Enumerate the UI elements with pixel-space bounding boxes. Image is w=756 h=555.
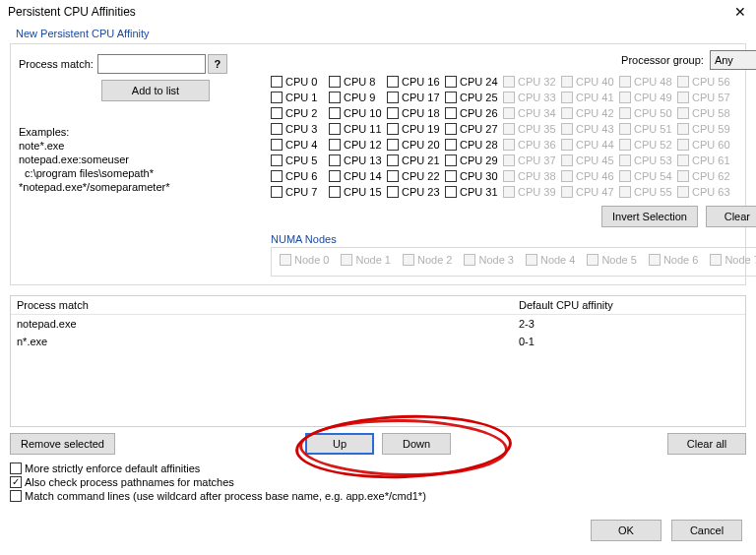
cpu-checkbox[interactable]: CPU 9 xyxy=(329,90,387,105)
cpu-checkbox: CPU 44 xyxy=(561,137,619,153)
checkbox-icon[interactable] xyxy=(387,139,399,151)
cpu-checkbox[interactable]: CPU 10 xyxy=(329,105,387,121)
process-match-input[interactable] xyxy=(97,54,206,74)
checkbox-icon[interactable] xyxy=(445,107,457,119)
cpu-checkbox[interactable]: CPU 8 xyxy=(329,74,387,90)
checkbox-icon[interactable] xyxy=(329,123,341,135)
checkbox-icon[interactable] xyxy=(445,170,457,182)
numa-node: Node 0 xyxy=(280,254,329,266)
remove-selected-button[interactable]: Remove selected xyxy=(10,433,115,455)
cpu-checkbox[interactable]: CPU 6 xyxy=(271,168,329,184)
checkbox-icon xyxy=(677,123,689,135)
cpu-checkbox[interactable]: CPU 31 xyxy=(445,184,503,200)
cpu-checkbox[interactable]: CPU 19 xyxy=(387,121,445,137)
checkbox-icon[interactable] xyxy=(445,76,457,88)
checkbox-icon[interactable] xyxy=(271,107,283,119)
cell-affinity: 0-1 xyxy=(513,333,745,350)
checkbox-icon[interactable] xyxy=(329,139,341,151)
cpu-label: CPU 16 xyxy=(402,76,440,88)
cpu-checkbox[interactable]: CPU 26 xyxy=(445,105,503,121)
checkbox-icon[interactable] xyxy=(387,170,399,182)
cpu-checkbox[interactable]: CPU 28 xyxy=(445,137,503,153)
cpu-label: CPU 44 xyxy=(576,139,614,151)
cpu-checkbox[interactable]: CPU 22 xyxy=(387,168,445,184)
down-button[interactable]: Down xyxy=(382,433,451,455)
close-icon[interactable]: ✕ xyxy=(730,4,750,20)
cpu-checkbox[interactable]: CPU 29 xyxy=(445,153,503,168)
cancel-button[interactable]: Cancel xyxy=(671,520,742,541)
cpu-checkbox[interactable]: CPU 23 xyxy=(387,184,445,200)
cpu-label: CPU 60 xyxy=(692,139,730,151)
checkbox-icon[interactable] xyxy=(329,186,341,198)
checkbox-icon xyxy=(619,154,631,166)
cpu-checkbox[interactable]: CPU 1 xyxy=(271,90,329,105)
checkbox-icon[interactable] xyxy=(387,123,399,135)
cpu-checkbox[interactable]: CPU 13 xyxy=(329,153,387,168)
invert-selection-button[interactable]: Invert Selection xyxy=(601,206,698,227)
window-title: Persistent CPU Affinities xyxy=(8,5,136,19)
checkbox-icon[interactable] xyxy=(445,154,457,166)
up-button[interactable]: Up xyxy=(305,433,374,455)
checkbox-icon[interactable] xyxy=(271,186,283,198)
strict-enforce-checkbox[interactable] xyxy=(10,462,22,474)
checkbox-icon xyxy=(341,254,352,266)
table-row[interactable]: notepad.exe2-3 xyxy=(11,315,745,333)
checkbox-icon[interactable] xyxy=(329,76,341,88)
checkbox-icon[interactable] xyxy=(445,123,457,135)
checkbox-icon[interactable] xyxy=(271,123,283,135)
checkbox-icon[interactable] xyxy=(271,139,283,151)
checkbox-icon[interactable] xyxy=(271,76,283,88)
cpu-checkbox: CPU 40 xyxy=(561,74,619,90)
cpu-checkbox[interactable]: CPU 27 xyxy=(445,121,503,137)
cpu-checkbox[interactable]: CPU 18 xyxy=(387,105,445,121)
cpu-checkbox[interactable]: CPU 17 xyxy=(387,90,445,105)
match-cmdlines-checkbox[interactable] xyxy=(10,490,22,502)
cpu-checkbox[interactable]: CPU 5 xyxy=(271,153,329,168)
cpu-checkbox[interactable]: CPU 21 xyxy=(387,153,445,168)
add-to-list-button[interactable]: Add to list xyxy=(101,80,210,101)
cpu-checkbox[interactable]: CPU 2 xyxy=(271,105,329,121)
checkbox-icon[interactable] xyxy=(445,139,457,151)
cpu-checkbox[interactable]: CPU 0 xyxy=(271,74,329,90)
checkbox-icon[interactable] xyxy=(329,170,341,182)
cpu-label: CPU 30 xyxy=(460,170,498,182)
checkbox-icon[interactable] xyxy=(271,170,283,182)
cpu-checkbox[interactable]: CPU 20 xyxy=(387,137,445,153)
cpu-checkbox[interactable]: CPU 12 xyxy=(329,137,387,153)
checkbox-icon xyxy=(503,170,515,182)
clear-button[interactable]: Clear xyxy=(706,206,756,227)
processor-group-select[interactable]: Any ▾ xyxy=(710,50,756,70)
cpu-checkbox[interactable]: CPU 30 xyxy=(445,168,503,184)
checkbox-icon xyxy=(280,254,291,266)
checkbox-icon[interactable] xyxy=(445,92,457,103)
cpu-checkbox[interactable]: CPU 11 xyxy=(329,121,387,137)
checkbox-icon[interactable] xyxy=(329,92,341,103)
checkbox-icon[interactable] xyxy=(271,92,283,103)
checkbox-icon[interactable] xyxy=(271,154,283,166)
check-pathnames-checkbox[interactable] xyxy=(10,476,22,488)
cpu-checkbox[interactable]: CPU 4 xyxy=(271,137,329,153)
cpu-checkbox[interactable]: CPU 7 xyxy=(271,184,329,200)
checkbox-icon[interactable] xyxy=(387,186,399,198)
checkbox-icon[interactable] xyxy=(387,76,399,88)
cpu-checkbox[interactable]: CPU 14 xyxy=(329,168,387,184)
checkbox-icon[interactable] xyxy=(329,107,341,119)
checkbox-icon xyxy=(561,186,573,198)
list-header-affinity[interactable]: Default CPU affinity xyxy=(513,296,745,314)
cpu-checkbox[interactable]: CPU 3 xyxy=(271,121,329,137)
checkbox-icon[interactable] xyxy=(329,154,341,166)
list-header-match[interactable]: Process match xyxy=(11,296,513,314)
cpu-checkbox[interactable]: CPU 15 xyxy=(329,184,387,200)
cpu-checkbox[interactable]: CPU 25 xyxy=(445,90,503,105)
checkbox-icon[interactable] xyxy=(445,186,457,198)
cpu-checkbox[interactable]: CPU 24 xyxy=(445,74,503,90)
clear-all-button[interactable]: Clear all xyxy=(667,433,746,455)
help-icon[interactable]: ? xyxy=(208,54,227,74)
cpu-checkbox[interactable]: CPU 16 xyxy=(387,74,445,90)
ok-button[interactable]: OK xyxy=(591,520,662,541)
table-row[interactable]: n*.exe0-1 xyxy=(11,333,745,350)
checkbox-icon[interactable] xyxy=(387,107,399,119)
cpu-checkbox: CPU 60 xyxy=(677,137,735,153)
checkbox-icon[interactable] xyxy=(387,154,399,166)
checkbox-icon[interactable] xyxy=(387,92,399,103)
